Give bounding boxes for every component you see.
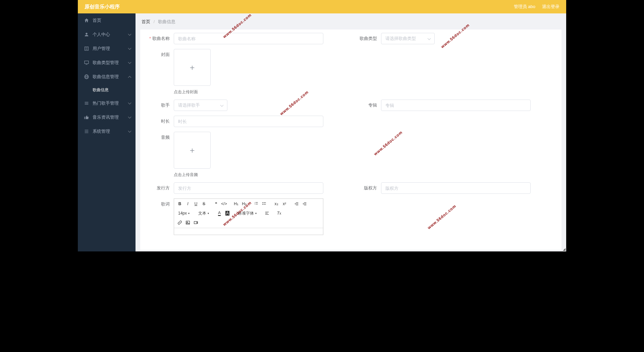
editor-toolbar: B I U S ❝ </> H₁ H₂ 1 — [174, 199, 323, 228]
person-icon — [84, 32, 89, 37]
duration-input[interactable] — [174, 116, 323, 127]
sidebar-item-song-type[interactable]: 歌曲类型管理 — [78, 56, 136, 70]
svg-point-19 — [262, 202, 263, 203]
h1-button[interactable]: H₁ — [232, 200, 240, 208]
bgcolor-button[interactable]: A — [224, 210, 231, 217]
italic-button[interactable]: I — [184, 200, 192, 208]
svg-rect-23 — [296, 202, 298, 203]
sidebar-item-label: 个人中心 — [93, 32, 110, 38]
breadcrumb-home[interactable]: 首页 — [142, 19, 150, 24]
globe-icon — [84, 74, 89, 79]
breadcrumb-sep: / — [154, 19, 155, 24]
subscript-button[interactable]: x₂ — [273, 200, 280, 208]
publisher-input[interactable] — [174, 182, 323, 194]
thumb-icon — [84, 115, 89, 120]
sidebar-item-label: 歌曲类型管理 — [93, 60, 119, 66]
svg-rect-4 — [85, 61, 89, 64]
copyright-input[interactable] — [381, 182, 531, 194]
duration-label: 时长 — [144, 116, 174, 127]
clearformat-button[interactable]: Tx — [275, 210, 283, 217]
publisher-label: 发行方 — [144, 182, 174, 194]
ol-button[interactable]: 12 — [253, 200, 260, 208]
scroll-indicator[interactable] — [563, 248, 566, 251]
breadcrumb: 首页 / 歌曲信息 — [140, 19, 561, 25]
sidebar-item-label: 歌曲信息管理 — [93, 74, 119, 80]
cover-hint: 点击上传封面 — [174, 89, 211, 95]
breadcrumb-current: 歌曲信息 — [158, 19, 175, 24]
link-button[interactable] — [176, 219, 183, 226]
quote-button[interactable]: ❝ — [212, 200, 220, 208]
svg-text:2: 2 — [254, 203, 255, 205]
topbar: 原创音乐小程序 管理员 abo 退出登录 — [78, 0, 566, 13]
chevron-down-icon — [128, 130, 131, 133]
chevron-down-icon — [128, 33, 131, 37]
plus-icon: ＋ — [188, 62, 196, 73]
lyrics-label: 歌词 — [144, 198, 174, 210]
editor-content[interactable] — [174, 228, 323, 235]
svg-rect-29 — [265, 212, 269, 212]
outdent-button[interactable] — [293, 200, 300, 208]
svg-rect-28 — [304, 205, 306, 205]
singer-placeholder: 请选择歌手 — [178, 102, 200, 108]
code-button[interactable]: </> — [220, 200, 228, 208]
logout-link[interactable]: 退出登录 — [542, 4, 559, 10]
audio-upload[interactable]: ＋ — [174, 132, 211, 169]
fontspec-select[interactable]: 标准字体▾ — [236, 210, 259, 217]
fontcolor-button[interactable]: A — [216, 210, 223, 217]
bold-button[interactable]: B — [176, 200, 183, 208]
sidebar-item-label: 热门歌手管理 — [93, 100, 119, 106]
sidebar-item-system[interactable]: 系统管理 — [78, 124, 136, 138]
sidebar-item-label: 首页 — [93, 17, 101, 23]
svg-point-33 — [187, 222, 187, 223]
song-type-placeholder: 请选择歌曲类型 — [385, 36, 416, 42]
h2-button[interactable]: H₂ — [240, 200, 248, 208]
svg-rect-30 — [265, 213, 268, 213]
audio-label: 音频 — [144, 132, 174, 143]
indent-button[interactable] — [301, 200, 308, 208]
sidebar-item-label: 音乐资讯管理 — [93, 114, 119, 120]
monitor-icon — [84, 60, 89, 65]
audio-hint: 点击上传音频 — [174, 172, 211, 178]
underline-button[interactable]: U — [192, 200, 200, 208]
svg-rect-26 — [304, 202, 306, 203]
chevron-down-icon — [128, 61, 131, 65]
cover-label: 封面 — [144, 49, 174, 60]
video-button[interactable] — [192, 219, 200, 226]
svg-rect-18 — [256, 204, 258, 204]
image-button[interactable] — [184, 219, 192, 226]
album-label: 专辑 — [351, 100, 381, 111]
fontsize-select[interactable]: 14px▾ — [176, 210, 192, 217]
admin-label[interactable]: 管理员 abo — [514, 4, 535, 10]
sidebar-item-news[interactable]: 音乐资讯管理 — [78, 110, 136, 124]
song-type-select[interactable]: 请选择歌曲类型 — [381, 33, 435, 44]
sidebar-item-home[interactable]: 首页 — [78, 13, 136, 27]
sidebar-item-users[interactable]: 用户管理 — [78, 42, 136, 56]
svg-rect-25 — [296, 205, 298, 205]
menu-icon — [84, 129, 89, 134]
album-input[interactable] — [381, 100, 531, 111]
sidebar-item-personal[interactable]: 个人中心 — [78, 27, 136, 42]
song-name-label: 歌曲名称 — [144, 33, 174, 44]
sidebar-item-label: 用户管理 — [93, 46, 110, 52]
svg-point-0 — [86, 33, 87, 35]
ul-button[interactable] — [261, 200, 268, 208]
plus-icon: ＋ — [188, 145, 196, 156]
song-name-input[interactable] — [174, 33, 323, 44]
svg-point-21 — [262, 204, 263, 204]
chevron-down-icon — [428, 36, 430, 41]
lyrics-editor: B I U S ❝ </> H₁ H₂ 1 — [174, 198, 323, 235]
superscript-button[interactable]: x² — [281, 200, 288, 208]
svg-rect-34 — [194, 222, 197, 224]
sidebar-item-hot-singer[interactable]: 热门歌手管理 — [78, 96, 136, 110]
sidebar-sub-song-info[interactable]: 歌曲信息 — [78, 84, 136, 96]
sidebar-item-song-info[interactable]: 歌曲信息管理 — [78, 70, 136, 84]
align-button[interactable] — [263, 210, 271, 217]
cover-upload[interactable]: ＋ — [174, 49, 211, 86]
main-content: 首页 / 歌曲信息 歌曲名称 歌曲类型 请选择歌曲类型 — [136, 13, 566, 251]
svg-rect-20 — [264, 202, 266, 203]
list-icon — [84, 46, 89, 51]
strike-button[interactable]: S — [200, 200, 208, 208]
singer-select[interactable]: 请选择歌手 — [174, 100, 227, 111]
sidebar-sub-label: 歌曲信息 — [93, 87, 109, 92]
fontfamily-select[interactable]: 文本▾ — [196, 210, 211, 217]
